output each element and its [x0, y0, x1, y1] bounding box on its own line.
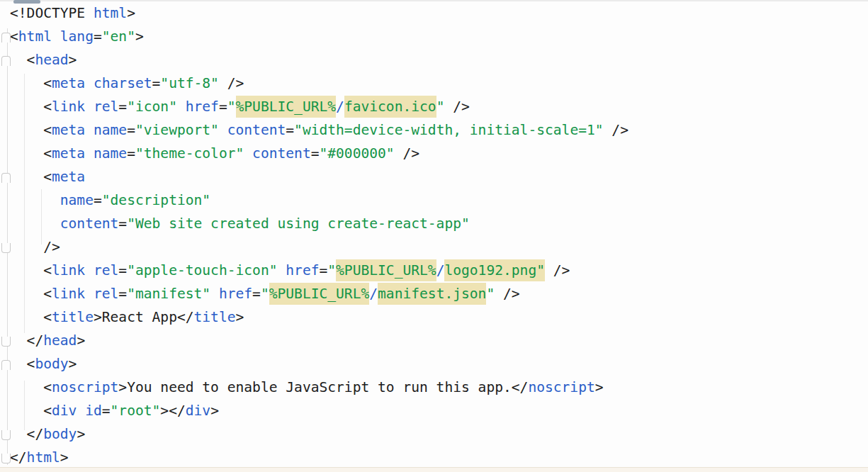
code-line[interactable]: <noscript>You need to enable JavaScript … [10, 376, 629, 399]
code-token: < [10, 286, 52, 302]
code-token: > [595, 379, 604, 395]
code-token [177, 99, 186, 115]
code-token: = [102, 403, 111, 419]
code-token: /> [545, 262, 570, 279]
code-token: href [186, 99, 219, 115]
code-line[interactable]: <meta name="theme-color" content="#00000… [10, 142, 629, 165]
code-token: title [194, 309, 236, 325]
code-token: "root" [111, 403, 161, 419]
highlighted-token: %PUBLIC_URL% [269, 283, 370, 305]
code-token: <!DOCTYPE [10, 5, 94, 21]
code-token: > [69, 356, 77, 372]
code-token: = [94, 192, 102, 208]
code-token: < [10, 75, 52, 91]
fold-start-marker[interactable] [1, 33, 11, 43]
code-token: / [336, 99, 344, 115]
code-line[interactable]: name="description" [10, 189, 629, 212]
code-token: rel [94, 262, 118, 279]
code-editor[interactable]: <!DOCTYPE html><html lang="en"> <head> <… [0, 0, 868, 472]
code-token: = [127, 122, 135, 138]
code-line[interactable]: <link rel="icon" href="%PUBLIC_URL%/favi… [10, 95, 629, 118]
code-line[interactable]: content="Web site created using create-r… [10, 212, 629, 235]
code-token: rel [94, 99, 118, 115]
code-token: " [486, 286, 495, 302]
code-token: "manifest" [127, 286, 210, 302]
code-line[interactable]: <meta charset="utf-8" /> [10, 72, 629, 95]
code-token: < [10, 28, 18, 45]
code-line[interactable]: <body> [10, 352, 629, 376]
code-token: div [52, 403, 77, 419]
code-token: /> [444, 99, 469, 115]
code-token: body [43, 426, 77, 442]
code-token: /> [219, 75, 244, 91]
code-line[interactable]: <meta [10, 165, 629, 189]
code-token: </ [10, 332, 43, 349]
fold-start-marker[interactable] [1, 173, 11, 183]
code-token: > [210, 403, 219, 419]
fold-start-marker[interactable] [1, 360, 11, 370]
code-token: head [35, 52, 68, 68]
code-token: </ [10, 426, 43, 442]
code-token: = [94, 28, 102, 45]
fold-end-marker[interactable] [1, 337, 11, 347]
code-line[interactable]: <link rel="manifest" href="%PUBLIC_URL%/… [10, 282, 629, 305]
fold-start-marker[interactable] [1, 56, 11, 66]
code-token: meta [52, 169, 85, 185]
code-token: = [118, 215, 127, 232]
code-line[interactable]: <link rel="apple-touch-icon" href="%PUBL… [10, 259, 629, 282]
code-token [10, 192, 60, 208]
code-token: content [60, 215, 119, 232]
code-token [219, 122, 227, 138]
code-token: ></ [160, 403, 185, 419]
code-token: meta [52, 122, 85, 138]
code-token: noscript [52, 379, 118, 395]
code-line[interactable]: <div id="root"></div> [10, 399, 629, 422]
code-line[interactable]: <head> [10, 48, 629, 72]
code-token: head [43, 332, 77, 349]
code-token [85, 99, 94, 115]
code-token: > [77, 426, 85, 442]
highlighted-token: logo192.png" [444, 259, 545, 281]
code-line[interactable]: <!DOCTYPE html> [10, 1, 629, 25]
code-token: "apple-touch-icon" [127, 262, 277, 279]
code-token: /> [604, 122, 629, 138]
code-token: >You need to enable JavaScript to run th… [118, 379, 528, 395]
code-token: name [60, 192, 94, 208]
fold-end-marker[interactable] [1, 430, 11, 440]
code-token: < [10, 403, 52, 419]
code-line[interactable]: </html> [10, 446, 629, 469]
code-token: < [10, 379, 52, 395]
code-token [52, 28, 60, 45]
code-token: = [118, 262, 127, 279]
code-token: /> [495, 286, 519, 302]
code-line[interactable]: </body> [10, 422, 629, 446]
code-token [85, 122, 94, 138]
code-line[interactable]: <title>React App</title> [10, 305, 629, 329]
code-token: /> [10, 239, 60, 255]
highlighted-token: %PUBLIC_URL% [236, 96, 337, 118]
fold-end-marker[interactable] [1, 454, 11, 463]
highlighted-token: favicon.ico [344, 96, 436, 118]
code-line[interactable]: </head> [10, 329, 629, 352]
code-line[interactable]: /> [10, 235, 629, 259]
code-token: > [77, 332, 85, 349]
code-token: = [252, 286, 261, 302]
code-token: " [261, 286, 269, 302]
code-token: div [186, 403, 210, 419]
code-token: href [286, 262, 319, 279]
code-line[interactable]: <meta name="viewport" content="width=dev… [10, 118, 629, 142]
code-token: " [436, 99, 445, 115]
code-token [77, 403, 85, 419]
code-token: link [52, 99, 85, 115]
code-token: "theme-color" [135, 145, 244, 162]
code-token: body [35, 356, 68, 372]
code-lines[interactable]: <!DOCTYPE html><html lang="en"> <head> <… [10, 1, 629, 469]
code-token: = [118, 99, 127, 115]
code-token: < [10, 356, 35, 372]
code-token: content [227, 122, 286, 138]
code-token: = [219, 99, 227, 115]
code-token [10, 215, 60, 232]
fold-end-marker[interactable] [1, 243, 11, 253]
code-token: charset [94, 75, 152, 91]
code-line[interactable]: <html lang="en"> [10, 25, 629, 48]
